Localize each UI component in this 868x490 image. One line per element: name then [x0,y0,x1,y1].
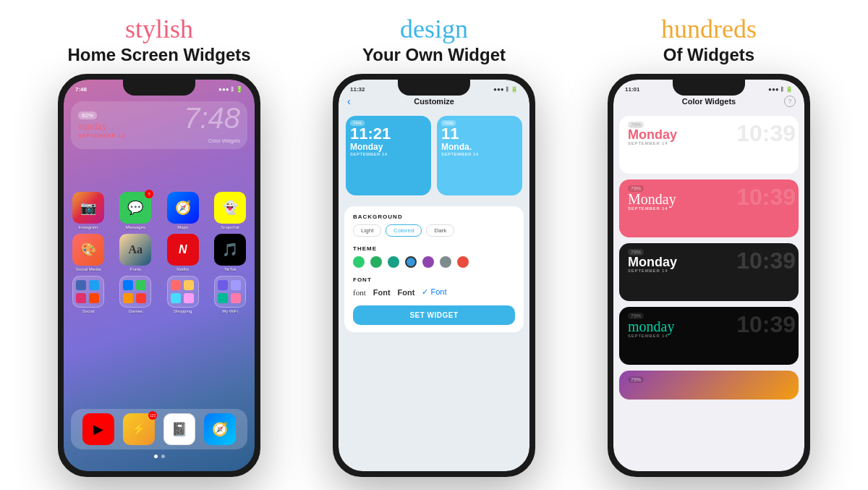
font-option-black[interactable]: Font [398,288,415,297]
bg-option-light[interactable]: Light [353,224,381,237]
app-fonts[interactable]: Aa Fonts [116,234,154,271]
theme-color-dots [353,256,515,268]
youtube-icon: ▶ [82,413,114,445]
widget-4-time-bg: 10:39 [736,313,796,336]
netflix-icon: N [167,234,199,266]
games-label: Games [129,309,142,313]
snapchat-label: Snapchat [221,225,239,229]
app-shopping[interactable]: Shopping [164,276,202,313]
panel-1: stylish Home Screen Widgets 7:48 ●●● ᛒ 🔋… [29,14,289,477]
app-instagram[interactable]: 📷 Instagram [69,192,107,229]
theme-section-label: THEME [353,245,515,252]
phone-1-notch [123,80,195,96]
widget-label: Color Widgets [78,138,240,143]
widget-card-dark: 10:39 79% Monday SEPTEMBER 14 [619,243,799,301]
app-social[interactable]: Social [69,276,107,313]
widget-2-time-bg: 10:39 [736,185,796,208]
phone-1-screen: 7:48 ●●● ᛒ 🔋 82% sunday SEPTEMBER 13 7:4… [64,80,255,470]
app-row-2: 🎨 Social Media Aa Fonts N Netflix 🎵 [69,234,249,271]
phone-3-mockup: 11:01 ●●● ᛒ 🔋 Color Widgets ? 10:39 79% … [608,74,810,476]
widget-date: SEPTEMBER 13 [78,133,125,138]
phone-2-time: 11:32 [350,86,365,93]
panel-1-styled-word: stylish [125,14,193,43]
theme-dot-darkgreen[interactable] [370,256,382,268]
safari-icon: 🧭 [204,413,236,445]
font-section-label: FONT [353,276,515,283]
panel-2-styled-word: design [400,14,468,43]
panel-3-styled-word: hundreds [661,14,757,43]
bg-option-dark[interactable]: Dark [426,224,454,237]
app-grid: 📷 Instagram 💬 5 Messages 🧭 [69,192,249,318]
preview2-time: 11 [441,126,518,142]
dock-notion[interactable]: 📓 [161,413,198,445]
messages-label: Messages [126,225,145,229]
theme-dot-teal[interactable] [388,256,399,268]
phone-2-notch [398,80,470,96]
app-snapchat[interactable]: 👻 Snapchat [211,192,249,229]
preview2-date: SEPTEMBER 14 [441,152,518,156]
page-dot-2 [161,455,165,458]
preview2-day: Monda. [441,142,518,152]
background-options: Light Colored Dark [353,224,515,237]
home-widget: 82% sunday SEPTEMBER 13 7:48 Color Widge… [71,101,247,149]
app-row-1: 📷 Instagram 💬 5 Messages 🧭 [69,192,249,229]
maps-icon: 🧭 [167,192,199,224]
netflix-label: Netflix [176,267,189,271]
socialmedia-icon: 🎨 [72,234,104,266]
preview1-time: 11:21 [350,126,427,142]
app-mywifi[interactable]: My WiFi [211,276,249,313]
app-socialmedia[interactable]: 🎨 Social Media [69,234,107,271]
socialmedia-label: Social Media [76,267,101,271]
widget-card-gradient: 79% [619,371,799,400]
phone-1-mockup: 7:48 ●●● ᛒ 🔋 82% sunday SEPTEMBER 13 7:4… [58,74,260,476]
widget-card-pink: 10:39 79% Monday SEPTEMBER 14 [619,179,799,237]
widget-list: 10:39 79% Monday SEPTEMBER 14 10:39 79% … [619,116,799,400]
font-option-selected[interactable]: ✓ Font [422,287,446,297]
panel-3-heading: hundreds Of Widgets [661,14,757,66]
theme-dot-blue[interactable] [405,256,417,268]
dock-shortcuts[interactable]: ⚡ 123 [120,413,158,445]
theme-dot-red[interactable] [457,256,469,268]
app-maps[interactable]: 🧭 Maps [164,192,202,229]
theme-dot-purple[interactable] [422,256,434,268]
widget-time: 7:48 [184,104,240,132]
mywifi-label: My WiFi [222,309,238,313]
dock-safari[interactable]: 🧭 [201,413,239,445]
app-netflix[interactable]: N Netflix [164,234,202,271]
tiktok-label: TikTok [224,267,236,271]
bg-option-colored[interactable]: Colored [386,224,422,237]
font-option-serif[interactable]: font [353,288,366,297]
panel-2-heading: design Your Own Widget [362,14,506,66]
panel-1-bold-line: Home Screen Widgets [67,45,250,66]
phone-3-time: 11:01 [625,86,639,93]
theme-dot-gray[interactable] [440,256,451,268]
instagram-label: Instagram [79,225,98,229]
widget-1-time-bg: 10:39 [736,122,796,145]
dock-youtube[interactable]: ▶ [80,413,117,445]
widget-day: sunday [78,121,125,133]
instagram-icon: 📷 [72,192,104,224]
app-messages[interactable]: 💬 5 Messages [116,192,154,229]
widget-3-time-bg: 10:39 [736,249,796,272]
widget-battery: 82% [78,111,97,119]
main-container: stylish Home Screen Widgets 7:48 ●●● ᛒ 🔋… [0,0,868,490]
panel-2: design Your Own Widget 11:32 ●●● ᛒ 🔋 ‹ C… [304,14,564,477]
set-widget-button[interactable]: SET WIDGET [353,305,515,325]
panel-3: hundreds Of Widgets 11:01 ●●● ᛒ 🔋 Color … [579,14,839,477]
app-tiktok[interactable]: 🎵 TikTok [211,234,249,271]
shopping-label: Shopping [174,309,192,313]
page-dot-1 [154,455,158,458]
theme-dot-green[interactable] [353,256,365,268]
app-row-3: Social Games [69,276,249,313]
font-option-bold[interactable]: Font [373,288,391,297]
dock: ▶ ⚡ 123 📓 🧭 [71,409,247,449]
app-games[interactable]: Games [116,276,154,313]
messages-badge: 5 [145,190,153,198]
phone-2-screen: 11:32 ●●● ᛒ 🔋 ‹ Customize 74% 11:21 Mond… [339,80,529,470]
phone-3-notch [673,80,745,96]
phone-1-time: 7:48 [75,86,87,93]
notion-icon: 📓 [163,413,195,445]
colorwidgets-title: Color Widgets [613,97,804,106]
messages-icon: 💬 5 [119,192,151,224]
widget-card-white: 10:39 79% Monday SEPTEMBER 14 [619,116,799,174]
